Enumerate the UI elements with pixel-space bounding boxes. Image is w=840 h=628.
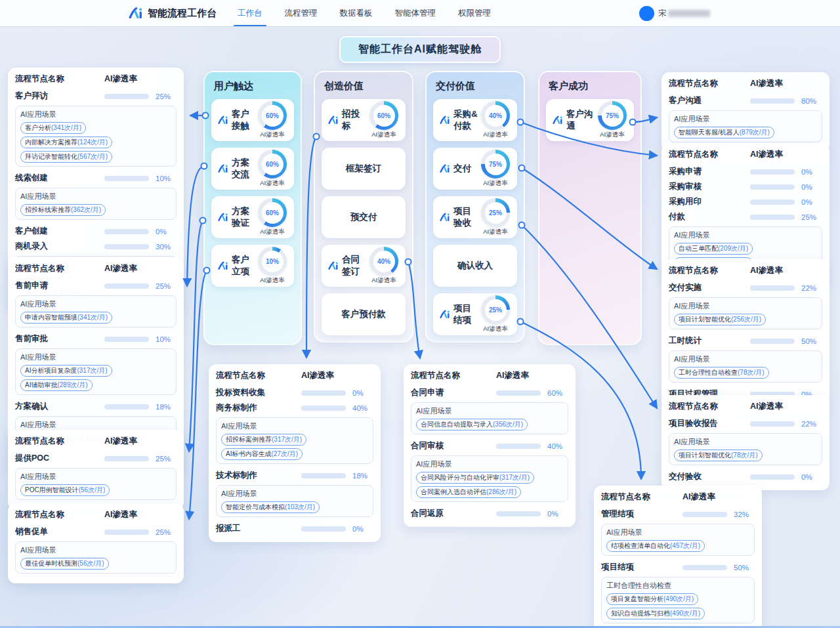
flow-node[interactable]: 项目结项25%AI渗透率: [433, 293, 517, 335]
ai-scenario-tag[interactable]: 合同风险评分与自动化评审(317次/月): [416, 472, 534, 484]
tag-text: 智能定价与成本模拟: [226, 503, 285, 511]
ai-scenario-tag[interactable]: 申请内容智能预填(341次/月): [20, 312, 112, 324]
process-name: 提供POC: [15, 453, 104, 464]
flow-node[interactable]: 招投标60%AI渗透率: [322, 99, 406, 141]
ai-scenario-tag[interactable]: 项目计划智能优化(78次/月): [674, 450, 763, 461]
flow-column-success: 客户成功客户沟通75%AI渗透率: [538, 71, 642, 345]
card-header: 流程节点名称AI渗透率: [15, 73, 177, 85]
penetration-donut: 25%AI渗透率: [478, 295, 513, 333]
ai-scenario-box: AI应用场景申请内容智能预填(341次/月): [15, 295, 177, 327]
ai-scenario-tag[interactable]: 自动三单匹配(209次/月): [674, 243, 753, 255]
ai-scenario-label: AI应用场景: [20, 545, 171, 555]
tag-text: 项目计划智能优化: [679, 451, 731, 459]
flow-node-label: 项目验收: [453, 205, 478, 229]
ai-scenario-box: AI应用场景客户分析(341次/月)内部解决方案推荐(124次/月)拜访记录智能…: [15, 106, 177, 167]
penetration-bar: [496, 444, 541, 449]
process-name: 售前审批: [15, 333, 104, 345]
ai-scenario-tag[interactable]: AI标书内容生成(27次/月): [221, 448, 303, 460]
tag-count: (490次/月): [663, 595, 694, 602]
rate-column-header: AI渗透率: [104, 263, 177, 274]
ai-scenario-tag[interactable]: POC用例智能设计(56次/月): [20, 484, 110, 496]
flow-node[interactable]: 确认收入: [433, 245, 517, 287]
penetration-bar: [496, 511, 541, 516]
ai-scenario-tag[interactable]: 工时合理性自动检查(78次/月): [674, 367, 769, 379]
ai-scenario-tag[interactable]: AI辅助审批(289次/月): [20, 379, 93, 391]
ai-scenario-tags: 项目复盘智能分析(490次/月)知识自动提炼与归档(490次/月): [606, 593, 749, 619]
tag-count: (567次/月): [77, 153, 108, 160]
penetration-percent: 22%: [801, 420, 822, 428]
penetration-bar: [104, 176, 149, 181]
penetration-percent: 0%: [352, 389, 373, 397]
nav-item-2[interactable]: 数据看板: [339, 0, 374, 26]
ai-logo-icon: [218, 212, 228, 222]
process-name: 采购申请: [669, 166, 750, 177]
nav-item-0[interactable]: 工作台: [236, 0, 264, 26]
flow-node-label: 采购&付款: [453, 108, 478, 132]
donut-percent: 60%: [373, 105, 395, 127]
nav-item-4[interactable]: 权限管理: [457, 0, 492, 26]
nav-item-3[interactable]: 智能体管理: [394, 0, 438, 26]
ai-scenario-tag[interactable]: 知识自动提炼与归档(490次/月): [606, 608, 705, 619]
ai-scenario-tag[interactable]: 智能聊天客服/机器人(879次/月): [674, 127, 774, 138]
donut-caption: AI渗透率: [483, 131, 507, 139]
detail-card-impl: 流程节点名称AI渗透率交付实施22%AI应用场景项目计划智能优化(256次/月)…: [662, 259, 830, 408]
flow-node[interactable]: 框架签订: [322, 148, 406, 190]
flow-node[interactable]: 合同签订40%AI渗透率: [322, 245, 406, 287]
penetration-percent: 60%: [547, 389, 568, 397]
ai-scenario-tag[interactable]: 招投标案例推荐(317次/月): [221, 434, 306, 446]
ai-scenario-box: AI应用场景POC用例智能设计(56次/月): [15, 468, 177, 500]
tag-text: 结项检查清单自动化: [611, 542, 670, 549]
donut-caption: AI渗透率: [371, 131, 396, 139]
flow-node[interactable]: 项目验收25%AI渗透率: [433, 196, 517, 238]
user-menu[interactable]: 宋: [639, 0, 710, 26]
penetration-bar: [750, 285, 795, 291]
ai-scenario-tag[interactable]: 拜访记录智能转化(567次/月): [20, 151, 112, 163]
flow-node[interactable]: 预交付: [322, 196, 406, 238]
flow-node[interactable]: 交付75%AI渗透率: [433, 148, 517, 190]
penetration-percent: 0%: [156, 228, 177, 236]
ai-scenario-tag[interactable]: 招投标线索推荐(362次/月): [20, 204, 106, 216]
flow-node-name: 客户预付款: [341, 308, 386, 320]
ai-scenario-tag[interactable]: 项目计划智能优化(256次/月): [674, 314, 766, 325]
flow-node-label: 客户预付款: [341, 308, 386, 320]
detail-card-bid: 流程节点名称AI渗透率投标资料收集0%商务标制作40%AI应用场景招投标案例推荐…: [209, 364, 381, 542]
flow-node[interactable]: 客户预付款: [322, 293, 406, 335]
ai-scenario-tag[interactable]: 客户分析(341次/月): [20, 122, 86, 134]
tag-count: (286次/月): [486, 488, 516, 495]
ai-scenario-tag[interactable]: 结项检查清单自动化(457次/月): [606, 540, 705, 552]
ai-scenario-tag[interactable]: 项目复盘智能分析(490次/月): [606, 593, 698, 605]
flow-node[interactable]: 方案交流60%AI渗透率: [211, 148, 294, 190]
ai-logo-icon: [218, 261, 228, 271]
app-logo: 智能流程工作台: [129, 6, 217, 20]
flow-node[interactable]: 方案验证60%AI渗透率: [211, 196, 294, 238]
ai-scenario-tag[interactable]: 最佳促单时机预测(56次/月): [20, 558, 109, 570]
process-row: 售前申请25%: [15, 278, 177, 293]
nav-item-1[interactable]: 流程管理: [284, 0, 319, 26]
avatar[interactable]: [639, 6, 654, 21]
flow-node[interactable]: 客户沟通75%AI渗透率: [546, 99, 634, 141]
process-row: 投标资料收集0%: [216, 385, 373, 400]
ai-scenario-tag[interactable]: AI分析项目复杂度(317次/月): [20, 365, 112, 377]
penetration-bar: [750, 215, 795, 220]
ai-scenario-tag[interactable]: 智能定价与成本模拟(103次/月): [221, 501, 320, 513]
tag-text: 申请内容智能预填: [25, 314, 77, 321]
flow-node[interactable]: 客户接触60%AI渗透率: [211, 99, 294, 141]
ai-scenario-tag[interactable]: 合同案例入选自动评估(286次/月): [416, 486, 521, 498]
ai-scenario-tag[interactable]: 合同信息自动提取与录入(356次/月): [416, 419, 528, 430]
rate-column-header: AI渗透率: [750, 78, 822, 89]
process-row: 技术标制作18%: [216, 468, 373, 483]
process-name: 客户拜访: [15, 91, 104, 102]
tag-text: 最佳促单时机预测: [25, 560, 77, 567]
penetration-donut: 60%AI渗透率: [367, 101, 401, 139]
flow-node[interactable]: 采购&付款40%AI渗透率: [433, 99, 517, 141]
rate-column-header: AI渗透率: [104, 436, 177, 447]
ai-scenario-label: AI应用场景: [221, 489, 368, 499]
flow-node-name: 项目结项: [440, 303, 478, 326]
flow-node[interactable]: 客户立项10%AI渗透率: [211, 245, 294, 287]
card-header: 流程节点名称AI渗透率: [669, 265, 822, 276]
donut-ring: 25%: [481, 295, 510, 324]
penetration-percent: 40%: [352, 404, 373, 412]
flow-node-name: 客户立项: [218, 254, 255, 278]
ai-scenario-tag[interactable]: 内部解决方案推荐(124次/月): [20, 136, 112, 148]
penetration-bar: [104, 337, 149, 342]
